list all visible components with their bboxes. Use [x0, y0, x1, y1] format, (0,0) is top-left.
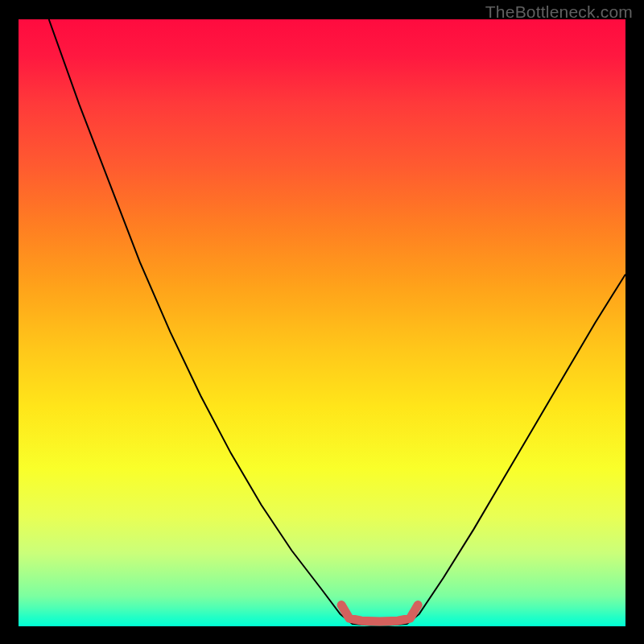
series-optimal-zone-marker	[341, 605, 418, 621]
chart-stage: TheBottleneck.com	[0, 0, 644, 644]
chart-plot-area	[19, 19, 625, 626]
chart-series-group	[49, 19, 625, 625]
chart-svg	[19, 19, 625, 626]
series-curve	[49, 19, 625, 625]
